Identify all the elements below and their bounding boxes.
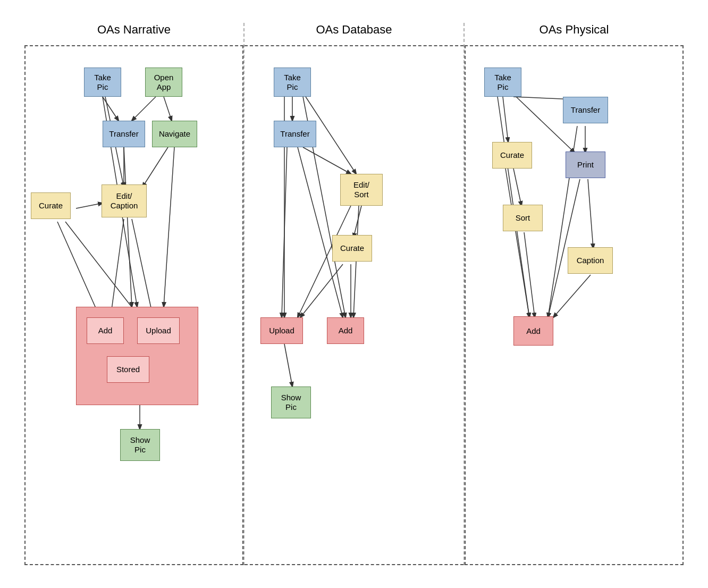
svg-line-26 <box>300 264 343 317</box>
svg-line-36 <box>505 169 529 317</box>
svg-line-40 <box>553 275 591 317</box>
narrative-upload: Upload <box>137 317 180 344</box>
narrative-title: OAs Narrative <box>97 23 171 37</box>
main-container: OAs Narrative <box>14 12 694 576</box>
narrative-navigate: Navigate <box>152 121 197 147</box>
section-physical: OAs Physical <box>465 23 684 565</box>
svg-line-0 <box>103 97 119 121</box>
physical-title: OAs Physical <box>540 23 609 37</box>
svg-line-39 <box>524 232 535 317</box>
database-show-pic: ShowPic <box>271 387 311 418</box>
svg-line-4 <box>142 147 168 187</box>
physical-add: Add <box>513 316 553 346</box>
physical-caption: Caption <box>568 247 613 274</box>
database-title: OAs Database <box>316 23 392 37</box>
svg-line-23 <box>353 206 361 238</box>
svg-line-25 <box>353 206 359 317</box>
physical-diagram: TakePic Transfer Curate Print Sort Capti… <box>465 45 684 565</box>
section-narrative: OAs Narrative <box>24 23 243 565</box>
database-take-pic: TakePic <box>274 68 311 97</box>
svg-line-11 <box>132 219 153 317</box>
database-edit-sort: Edit/Sort <box>340 174 383 206</box>
database-add: Add <box>327 317 364 344</box>
physical-arrows <box>466 46 682 564</box>
svg-line-38 <box>588 179 593 248</box>
database-transfer: Transfer <box>274 121 316 147</box>
svg-line-1 <box>164 97 172 121</box>
physical-sort: Sort <box>503 205 543 231</box>
svg-line-9 <box>164 147 174 307</box>
svg-line-22 <box>298 147 343 317</box>
svg-line-2 <box>132 97 156 121</box>
svg-line-21 <box>282 147 287 317</box>
narrative-add: Add <box>87 317 124 344</box>
svg-line-10 <box>111 219 124 317</box>
svg-line-13 <box>65 222 140 317</box>
narrative-stored: Stored <box>107 356 149 383</box>
physical-curate: Curate <box>492 142 532 169</box>
narrative-show-pic: ShowPic <box>120 429 160 461</box>
physical-transfer: Transfer <box>563 97 608 123</box>
narrative-transfer: Transfer <box>103 121 145 147</box>
database-upload: Upload <box>260 317 303 344</box>
svg-line-20 <box>303 147 351 174</box>
narrative-curate: Curate <box>31 192 71 219</box>
narrative-edit-caption: Edit/Caption <box>102 184 147 217</box>
svg-line-28 <box>284 344 292 387</box>
physical-take-pic: TakePic <box>484 68 521 97</box>
database-curate: Curate <box>332 235 372 262</box>
physical-print: Print <box>566 152 605 178</box>
svg-line-8 <box>124 147 132 307</box>
svg-line-24 <box>298 206 351 317</box>
narrative-open-app: OpenApp <box>145 68 182 97</box>
svg-line-30 <box>503 97 508 142</box>
svg-line-35 <box>513 169 521 206</box>
svg-line-12 <box>57 222 100 317</box>
svg-line-5 <box>76 203 103 208</box>
narrative-diagram: TakePic OpenApp Transfer Navigate Curate… <box>24 45 243 565</box>
database-diagram: TakePic Transfer Edit/Sort Curate Upload… <box>245 45 463 565</box>
section-database: OAs Database <box>243 23 465 565</box>
narrative-take-pic: TakePic <box>84 68 121 97</box>
